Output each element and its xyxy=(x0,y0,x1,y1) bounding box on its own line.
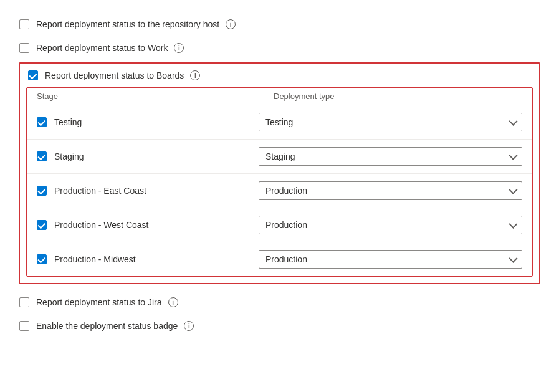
option-jira-label: Report deployment status to Jira xyxy=(36,297,162,307)
deployment-select-testing[interactable]: Testing xyxy=(259,113,522,131)
info-icon-repo-host[interactable]: i xyxy=(226,19,236,29)
table-row: Staging Staging xyxy=(27,139,532,173)
deployment-value-east-coast: Production xyxy=(265,186,307,196)
checkbox-badge[interactable] xyxy=(19,320,30,332)
table-row: Production - Midwest Production xyxy=(27,242,532,276)
boards-header-row: Report deployment status to Boards i xyxy=(20,64,539,87)
info-icon-work[interactable]: i xyxy=(174,43,184,53)
chevron-down-icon xyxy=(509,186,517,194)
deployment-select-west-coast[interactable]: Production xyxy=(259,216,522,234)
chevron-down-icon xyxy=(509,151,517,160)
option-boards-label: Report deployment status to Boards xyxy=(45,70,184,80)
deployment-select-midwest[interactable]: Production xyxy=(259,250,522,269)
stage-checkbox-west-coast[interactable] xyxy=(37,220,47,230)
stage-checkbox-midwest[interactable] xyxy=(37,254,47,264)
table-row: Production - West Coast Production xyxy=(27,208,532,242)
deployment-value-testing: Testing xyxy=(265,117,293,127)
option-work-label: Report deployment status to Work xyxy=(36,43,168,53)
info-icon-boards[interactable]: i xyxy=(190,70,200,80)
bottom-options: Report deployment status to Jira i Enabl… xyxy=(19,290,540,338)
stage-name-east-coast: Production - East Coast xyxy=(47,186,259,196)
option-repo-host-label: Report deployment status to the reposito… xyxy=(36,19,219,29)
stage-table-header: Stage Deployment type xyxy=(27,88,532,105)
info-icon-badge[interactable]: i xyxy=(184,321,194,331)
option-repo-host: Report deployment status to the reposito… xyxy=(19,12,540,36)
stage-name-staging: Staging xyxy=(47,151,259,161)
deployment-value-staging: Staging xyxy=(265,151,295,161)
checkbox-jira[interactable] xyxy=(19,297,30,308)
option-work: Report deployment status to Work i xyxy=(19,36,540,60)
stage-table: Stage Deployment type Testing Testing St… xyxy=(26,87,533,277)
checkbox-work[interactable] xyxy=(19,42,30,54)
stage-col-header: Stage xyxy=(37,92,274,101)
deployment-value-midwest: Production xyxy=(265,254,307,264)
chevron-down-icon xyxy=(509,220,517,229)
option-jira: Report deployment status to Jira i xyxy=(19,290,540,314)
table-row: Production - East Coast Production xyxy=(27,173,532,208)
deployment-select-staging[interactable]: Staging xyxy=(259,147,522,166)
stage-name-west-coast: Production - West Coast xyxy=(47,220,259,230)
option-badge-label: Enable the deployment status badge xyxy=(36,321,178,331)
stage-checkbox-east-coast[interactable] xyxy=(37,186,47,196)
stage-name-midwest: Production - Midwest xyxy=(47,254,259,264)
deployment-select-east-coast[interactable]: Production xyxy=(259,181,522,200)
chevron-down-icon xyxy=(509,254,517,263)
stage-checkbox-testing[interactable] xyxy=(37,117,47,127)
option-badge: Enable the deployment status badge i xyxy=(19,314,540,338)
stage-name-testing: Testing xyxy=(47,117,259,127)
boards-section: Report deployment status to Boards i Sta… xyxy=(19,62,540,284)
chevron-down-icon xyxy=(509,117,517,126)
deployment-col-header: Deployment type xyxy=(274,92,522,101)
checkbox-boards[interactable] xyxy=(27,70,39,81)
info-icon-jira[interactable]: i xyxy=(168,297,178,307)
stage-checkbox-staging[interactable] xyxy=(37,151,47,161)
deployment-value-west-coast: Production xyxy=(265,220,307,230)
checkbox-repo-host[interactable] xyxy=(19,19,30,30)
table-row: Testing Testing xyxy=(27,105,532,139)
